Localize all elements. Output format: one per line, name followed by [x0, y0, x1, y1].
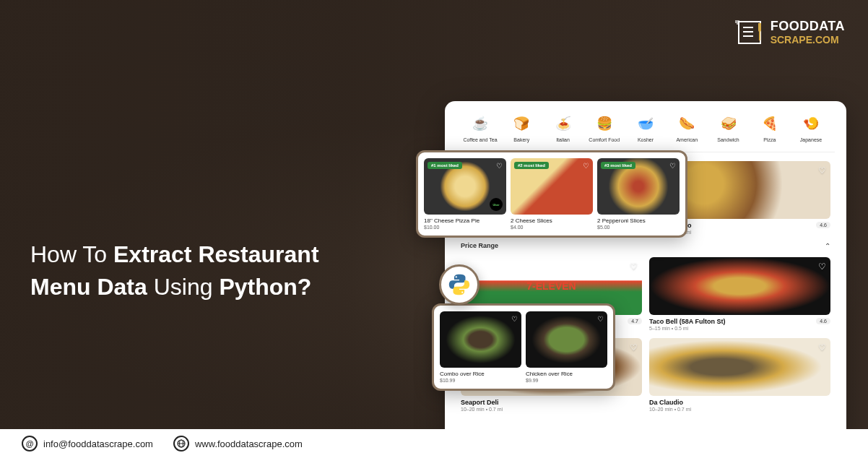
- favorite-icon[interactable]: ♡: [818, 165, 826, 176]
- category-label: Bakery: [513, 137, 529, 143]
- category-row: ☕Coffee and Tea 🍞Bakery 🍝Italian 🍔Comfor…: [456, 114, 835, 152]
- menu-item[interactable]: ♡ Chicken over Rice $9.99: [526, 311, 607, 383]
- category-label: Comfort Food: [589, 137, 620, 143]
- svg-point-5: [456, 276, 457, 277]
- category-item[interactable]: 🍕Pizza: [750, 114, 789, 143]
- heading-bold2: Python?: [219, 274, 311, 300]
- restaurant-name: Da Claudio: [649, 399, 830, 406]
- most-liked-badge: #3 most liked: [601, 162, 635, 169]
- logo-text-line1: FOODDATA: [771, 20, 845, 34]
- rating-badge: 4.7: [628, 318, 642, 324]
- filter-label: Price Range: [461, 242, 498, 249]
- favorite-icon[interactable]: ♡: [496, 162, 503, 170]
- chevron-up-icon: ⌃: [825, 242, 830, 250]
- italian-icon: 🍝: [554, 114, 573, 133]
- hero-banner: FOODDATA SCRAPE.COM How To Extract Resta…: [0, 0, 868, 429]
- category-item[interactable]: ☕Coffee and Tea: [461, 114, 500, 143]
- favorite-icon[interactable]: ♡: [818, 262, 826, 272]
- category-label: Kosher: [638, 137, 654, 143]
- restaurant-image: ♡: [649, 257, 830, 315]
- american-icon: 🌭: [677, 114, 696, 133]
- menu-item-image: #3 most liked ♡: [597, 158, 680, 215]
- sandwich-icon: 🥪: [719, 114, 738, 133]
- restaurant-card[interactable]: ♡ Da Claudio 10–20 min • 0.7 mi: [649, 338, 830, 412]
- favorite-icon[interactable]: ♡: [818, 342, 826, 353]
- category-item[interactable]: 🥪Sandwich: [709, 114, 748, 143]
- rating-badge: 4.6: [816, 222, 830, 228]
- menu-item-image: #2 most liked ♡: [511, 158, 593, 215]
- favorite-icon[interactable]: ♡: [583, 162, 589, 170]
- menu-item-image: ♡: [440, 311, 521, 368]
- python-icon: [447, 272, 472, 297]
- category-item[interactable]: 🍔Comfort Food: [585, 114, 624, 143]
- restaurant-name: Seaport Deli: [461, 399, 642, 406]
- menu-item-image: ♡: [526, 311, 607, 368]
- menu-item[interactable]: ♡ Combo over Rice $10.99: [440, 311, 521, 383]
- favorite-icon[interactable]: ♡: [669, 162, 676, 170]
- menu-item-price: $10.99: [440, 378, 521, 383]
- email-icon: @: [22, 436, 38, 451]
- menu-item-name: 2 Cheese Slices: [511, 217, 593, 224]
- comfort-food-icon: 🍔: [595, 114, 614, 133]
- coffee-icon: ☕: [471, 114, 490, 133]
- pizza-icon: 🍕: [760, 114, 779, 133]
- svg-rect-4: [759, 30, 760, 40]
- menu-item-name: Chicken over Rice: [526, 371, 607, 377]
- favorite-icon[interactable]: ♡: [511, 315, 518, 323]
- category-item[interactable]: 🍤Japanese: [791, 114, 830, 143]
- category-label: Coffee and Tea: [463, 137, 497, 143]
- menu-item-image: #1 most liked ♡ Uber: [424, 158, 506, 215]
- rating-badge: 4.6: [816, 318, 830, 324]
- page-title: How To Extract Restaurant Menu Data Usin…: [30, 238, 334, 303]
- uber-eats-badge: Uber: [490, 198, 503, 211]
- category-item[interactable]: 🌭American: [667, 114, 706, 143]
- favorite-icon[interactable]: ♡: [630, 342, 638, 353]
- menu-item[interactable]: #1 most liked ♡ Uber 18" Cheese Pizza Pi…: [424, 158, 506, 230]
- logo-text-line2: SCRAPE.COM: [771, 34, 845, 46]
- menu-item-name: 18" Cheese Pizza Pie: [424, 217, 506, 224]
- category-label: Sandwich: [717, 137, 739, 143]
- category-item[interactable]: 🍝Italian: [544, 114, 583, 143]
- restaurant-meta: 10–20 min • 0.7 mi: [649, 407, 830, 412]
- kosher-icon: 🥣: [636, 114, 655, 133]
- featured-menu-card-bottom: ♡ Combo over Rice $10.99 ♡ Chicken over …: [432, 303, 615, 391]
- restaurant-card[interactable]: ♡ Taco Bell (58A Fulton St) 5–15 min • 0…: [649, 257, 830, 331]
- filter-price-range[interactable]: Price Range ⌃: [456, 235, 835, 257]
- menu-item-price: $10.00: [424, 225, 506, 230]
- heading-pre: How To: [30, 241, 113, 267]
- restaurant-name: Taco Bell (58A Fulton St): [649, 318, 830, 325]
- menu-item-price: $9.99: [526, 378, 607, 383]
- category-label: Japanese: [800, 137, 822, 143]
- menu-item[interactable]: #2 most liked ♡ 2 Cheese Slices $4.00: [511, 158, 593, 230]
- most-liked-badge: #2 most liked: [514, 162, 549, 169]
- category-label: Pizza: [763, 137, 776, 143]
- logo-icon: [734, 17, 765, 48]
- globe-icon: [173, 436, 189, 451]
- most-liked-badge: #1 most liked: [428, 162, 462, 169]
- svg-point-6: [461, 291, 463, 293]
- favorite-icon[interactable]: ♡: [597, 315, 604, 323]
- category-item[interactable]: 🥣Kosher: [626, 114, 665, 143]
- restaurant-meta: 5–15 min • 0.5 mi: [649, 326, 830, 331]
- footer-email[interactable]: @ info@fooddatascrape.com: [22, 436, 153, 451]
- menu-item-name: Combo over Rice: [440, 371, 521, 377]
- footer-url[interactable]: www.fooddatascrape.com: [173, 436, 303, 451]
- bakery-icon: 🍞: [512, 114, 531, 133]
- category-label: American: [676, 137, 698, 143]
- restaurant-image: ♡: [649, 338, 830, 396]
- footer-email-text: info@fooddatascrape.com: [43, 438, 153, 449]
- heading-mid: Using: [147, 274, 220, 300]
- menu-item[interactable]: #3 most liked ♡ 2 Pepperoni Slices $5.00: [597, 158, 680, 230]
- footer-url-text: www.fooddatascrape.com: [195, 438, 303, 449]
- menu-item-price: $4.00: [511, 225, 593, 230]
- python-badge: [439, 264, 479, 305]
- category-label: Italian: [556, 137, 570, 143]
- footer-bar: @ info@fooddatascrape.com www.fooddatasc…: [0, 429, 868, 458]
- category-item[interactable]: 🍞Bakery: [502, 114, 541, 143]
- menu-item-price: $5.00: [597, 225, 680, 230]
- menu-item-name: 2 Pepperoni Slices: [597, 217, 680, 224]
- featured-menu-card-top: #1 most liked ♡ Uber 18" Cheese Pizza Pi…: [416, 150, 687, 238]
- brand-logo: FOODDATA SCRAPE.COM: [734, 17, 845, 48]
- restaurant-meta: 10–20 min • 0.7 mi: [461, 407, 642, 412]
- japanese-icon: 🍤: [802, 114, 820, 133]
